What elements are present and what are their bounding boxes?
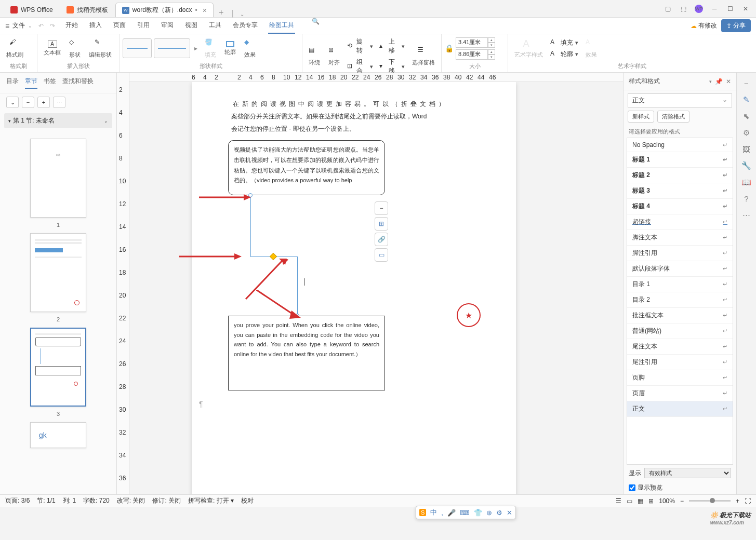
nav-tab-toc[interactable]: 目录 <box>6 77 19 89</box>
clear-format-button[interactable]: 清除格式 <box>657 111 689 123</box>
status-revise[interactable]: 改写: 关闭 <box>117 496 145 505</box>
height-down[interactable]: ▾ <box>488 55 495 60</box>
menu-insert[interactable]: 插入 <box>88 18 103 34</box>
nav-tab-chapter[interactable]: 章节 <box>25 77 37 89</box>
shape-style-2[interactable] <box>154 38 190 58</box>
status-revision[interactable]: 修订: 关闭 <box>152 496 181 505</box>
style-item[interactable]: 页眉↵ <box>627 386 733 401</box>
style-item[interactable]: 超链接↵ <box>627 214 733 230</box>
thumbnail-1[interactable]: 标题 <box>30 139 86 218</box>
connector-seg1[interactable] <box>250 195 251 256</box>
style-item[interactable]: 标题 4↵ <box>627 199 733 214</box>
ime-item[interactable]: ⚙ <box>496 509 502 517</box>
search-icon[interactable]: 🔍 <box>312 18 320 34</box>
pin-icon[interactable]: 📌 <box>715 78 723 85</box>
view-mode-4[interactable]: ⊞ <box>648 497 654 505</box>
style-item[interactable]: 默认段落字体↵ <box>627 261 733 277</box>
select-pane-button[interactable]: ☰选择窗格 <box>409 45 438 68</box>
menu-reference[interactable]: 引用 <box>136 18 151 34</box>
style-item[interactable]: 目录 2↵ <box>627 292 733 308</box>
tools-icon[interactable]: 🔧 <box>741 161 751 170</box>
float-screen-icon[interactable]: ▭ <box>375 248 388 262</box>
status-words[interactable]: 字数: 720 <box>83 496 110 505</box>
art-style-button[interactable]: A艺术字样式 <box>511 37 546 60</box>
view-mode-1[interactable]: ☰ <box>616 497 621 505</box>
fill-button[interactable]: 🪣填充 <box>202 37 219 60</box>
view-mode-2[interactable]: ▭ <box>627 497 632 505</box>
thumbnail-4[interactable]: gk <box>30 422 86 448</box>
close-window-icon[interactable]: ✕ <box>741 5 750 13</box>
pencil-icon[interactable]: ✎ <box>743 95 750 104</box>
menu-start[interactable]: 开始 <box>64 18 79 34</box>
style-item[interactable]: 标题 3↵ <box>627 183 733 199</box>
tab-document[interactable]: Wword教程（新）.docx•× <box>115 3 214 17</box>
tab-template[interactable]: 找稻壳模板 <box>60 3 114 17</box>
style-item[interactable]: No Spacing↵ <box>627 138 733 152</box>
hamburger-icon[interactable]: ≡ <box>5 22 9 30</box>
settings-icon[interactable]: ⚙ <box>743 128 750 138</box>
float-link-icon[interactable]: 🔗 <box>375 233 388 246</box>
format-painter-button[interactable]: 🖌格式刷 <box>3 37 26 60</box>
file-menu[interactable]: 文件 <box>12 21 25 30</box>
style-item[interactable]: 尾注文本↵ <box>627 339 733 355</box>
shape-style-preview[interactable] <box>123 38 152 58</box>
thumbnail-2[interactable] <box>30 233 86 312</box>
menu-view[interactable]: 视图 <box>184 18 198 34</box>
close-tab-icon[interactable]: × <box>203 6 207 15</box>
style-item[interactable]: 尾注引用↵ <box>627 355 733 370</box>
nav-dropdown-button[interactable]: ⌄ <box>6 97 19 108</box>
menu-page[interactable]: 页面 <box>112 18 127 34</box>
ime-item[interactable]: 中 <box>430 508 437 517</box>
ime-item[interactable]: ⌨ <box>460 509 470 517</box>
status-page[interactable]: 页面: 3/6 <box>5 496 30 505</box>
collapse-icon[interactable]: − <box>744 79 749 88</box>
style-list[interactable]: No Spacing↵标题 1↵标题 2↵标题 3↵标题 4↵超链接↵脚注文本↵… <box>627 138 733 465</box>
style-item[interactable]: 目录 1↵ <box>627 277 733 292</box>
undo-icon[interactable]: ↶ <box>38 22 44 30</box>
box-icon[interactable]: ▢ <box>664 5 672 13</box>
height-input[interactable] <box>456 49 488 60</box>
wrap-button[interactable]: ▤环绕 <box>306 45 323 68</box>
zoom-slider[interactable] <box>689 500 731 502</box>
new-style-button[interactable]: 新样式 <box>628 111 654 123</box>
style-item[interactable]: 批注框文本↵ <box>627 308 733 323</box>
ime-item[interactable]: ⊕ <box>486 509 492 517</box>
move-up-button[interactable]: ▴上移 ▾ <box>377 36 407 56</box>
nav-tab-find[interactable]: 查找和替换 <box>62 77 94 89</box>
style-item[interactable]: 标题 1↵ <box>627 152 733 168</box>
shape-button[interactable]: ◇形状 <box>66 37 84 60</box>
ime-item[interactable]: 🎤 <box>447 509 456 517</box>
style-item[interactable]: 页脚↵ <box>627 370 733 386</box>
cube-icon[interactable]: ⬚ <box>679 5 687 13</box>
ime-toolbar[interactable]: S 中,🎤⌨👕⊕⚙✕ <box>416 506 516 519</box>
height-up[interactable]: ▴ <box>488 49 495 55</box>
style-item[interactable]: 普通(网站)↵ <box>627 323 733 339</box>
effect-button[interactable]: ◆效果 <box>241 37 259 60</box>
more-icon[interactable]: ⋯ <box>742 210 750 220</box>
ime-item[interactable]: , <box>441 509 443 517</box>
width-input[interactable] <box>456 37 488 48</box>
gallery-icon[interactable]: 🖼 <box>742 145 750 154</box>
maximize-icon[interactable]: ☐ <box>726 5 734 13</box>
select-icon[interactable]: ⬉ <box>743 112 750 121</box>
textbox-bottom[interactable]: you prove your point. When you click the… <box>228 316 385 390</box>
nav-add-button[interactable]: + <box>37 97 50 108</box>
minimize-icon[interactable]: ─ <box>710 5 719 13</box>
nav-tab-bookmark[interactable]: 书签 <box>44 77 56 89</box>
align-button[interactable]: ⊞对齐 <box>325 45 343 68</box>
zoom-in[interactable]: + <box>736 497 739 505</box>
status-proof[interactable]: 校对 <box>241 496 254 505</box>
current-style-select[interactable]: 正文⌄ <box>628 93 732 107</box>
document-canvas[interactable]: 在新的阅读视图中阅读更加容易。可以（折叠文档） 案些部分并关注所需文本。如果在达… <box>129 82 623 494</box>
view-mode-3[interactable]: ▦ <box>638 497 643 505</box>
float-minus[interactable]: − <box>375 201 388 215</box>
art-fill-button[interactable]: A填充 ▾ <box>548 37 580 48</box>
style-item[interactable]: 正文↵ <box>627 401 733 417</box>
ime-item[interactable]: ✕ <box>507 509 512 517</box>
ime-item[interactable]: 👕 <box>474 509 482 517</box>
outline-button[interactable]: 轮廓 <box>221 40 239 57</box>
edit-shape-button[interactable]: ✎编辑形状 <box>86 37 115 60</box>
width-up[interactable]: ▴ <box>488 37 495 43</box>
style-item[interactable]: 脚注文本↵ <box>627 230 733 246</box>
show-filter-select[interactable]: 有效样式 <box>644 468 731 478</box>
